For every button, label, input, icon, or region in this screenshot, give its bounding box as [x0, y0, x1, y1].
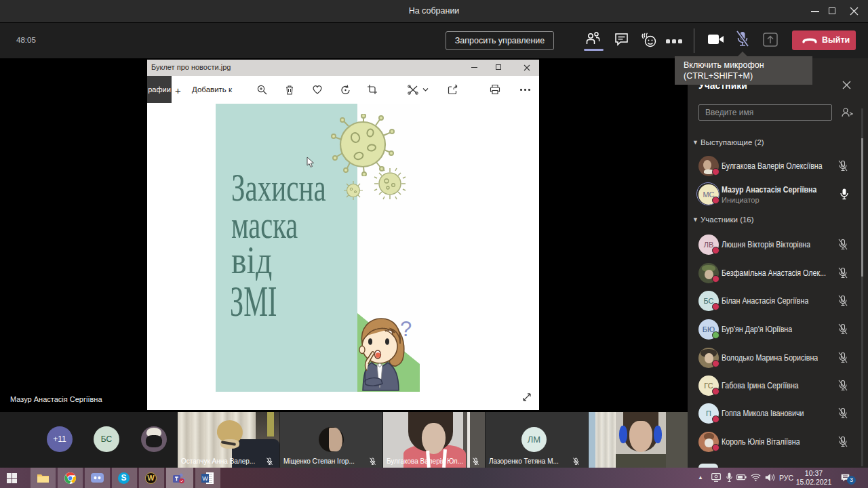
- svg-text:W: W: [202, 475, 208, 482]
